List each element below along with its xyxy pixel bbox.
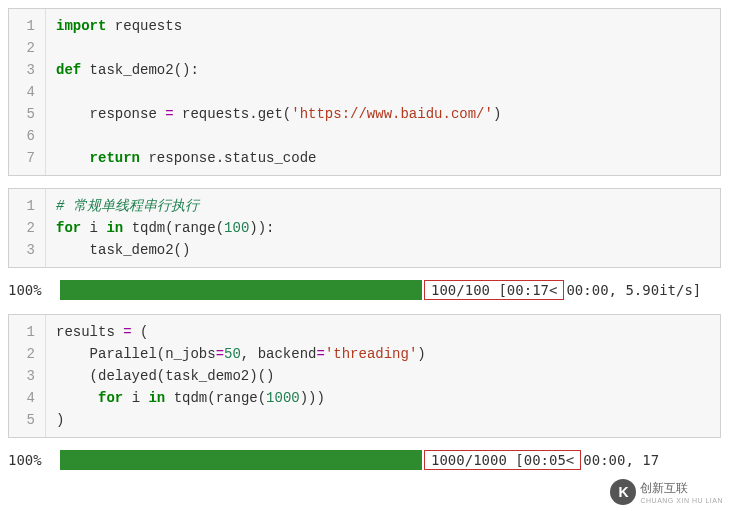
operator: = [216, 346, 224, 362]
code-block-2: 1 2 3 # 常规单线程串行执行 for i in tqdm(range(10… [8, 188, 721, 268]
line-gutter: 1 2 3 4 5 6 7 [9, 9, 46, 175]
line-number: 4 [9, 387, 45, 409]
keyword: in [106, 220, 123, 236]
code-line: results = ( [56, 321, 710, 343]
line-number: 2 [9, 37, 45, 59]
code-line: for i in tqdm(range(100)): [56, 217, 710, 239]
indent [56, 150, 90, 166]
line-gutter: 1 2 3 [9, 189, 46, 267]
code-line [56, 125, 710, 147]
logo-text: 创新互联 [640, 480, 723, 492]
line-number: 4 [9, 81, 45, 103]
progress-tail: 00:00, 17 [581, 452, 659, 468]
code-line: ) [56, 409, 710, 431]
number: 100 [224, 220, 249, 236]
keyword: import [56, 18, 106, 34]
code-text: requests [106, 18, 182, 34]
keyword: in [148, 390, 165, 406]
code-text: i [81, 220, 106, 236]
code-text: response.status_code [140, 150, 316, 166]
operator: = [316, 346, 324, 362]
code-text: results [56, 324, 123, 340]
operator: = [165, 106, 173, 122]
progress-track [60, 280, 422, 300]
watermark-logo: K 创新互联 CHUANG XIN HU LIAN [610, 479, 723, 492]
code-line: def task_demo2(): [56, 59, 710, 81]
code-line: task_demo2() [56, 239, 710, 261]
code-text: task_demo2(): [81, 62, 199, 78]
code-line: return response.status_code [56, 147, 710, 169]
code-text: task_demo2() [56, 242, 190, 258]
progress-percent: 100% [8, 282, 60, 298]
code-line: import requests [56, 15, 710, 37]
line-number: 1 [9, 15, 45, 37]
operator: = [123, 324, 131, 340]
code-text: ) [493, 106, 501, 122]
progress-track [60, 450, 422, 470]
progress-bar-1: 100% 100/100 [00:17<00:00, 5.90it/s] [8, 280, 721, 300]
comment: # 常规单线程串行执行 [56, 198, 199, 214]
code-line [56, 81, 710, 103]
code-line: (delayed(task_demo2)() [56, 365, 710, 387]
progress-bar-2: 100% 1000/1000 [00:05<00:00, 17 [8, 450, 721, 470]
line-number: 3 [9, 239, 45, 261]
progress-tail: 00:00, 5.90it/s] [564, 282, 701, 298]
progress-percent: 100% [8, 452, 60, 468]
code-text: ) [417, 346, 425, 362]
code-text: tqdm(range( [123, 220, 224, 236]
code-text: ) [56, 412, 64, 428]
code-text: ( [132, 324, 149, 340]
code-body: import requests def task_demo2(): respon… [46, 9, 720, 175]
line-number: 3 [9, 365, 45, 387]
code-text: response [56, 106, 165, 122]
code-text: ))) [300, 390, 325, 406]
string-literal: 'threading' [325, 346, 417, 362]
code-text: requests.get( [174, 106, 292, 122]
progress-highlight-box: 100/100 [00:17< [424, 280, 564, 300]
line-number: 1 [9, 195, 45, 217]
code-block-1: 1 2 3 4 5 6 7 import requests def task_d… [8, 8, 721, 176]
code-line [56, 37, 710, 59]
logo-badge: K [610, 479, 636, 492]
line-number: 6 [9, 125, 45, 147]
code-line: # 常规单线程串行执行 [56, 195, 710, 217]
line-number: 5 [9, 409, 45, 431]
code-line: for i in tqdm(range(1000))) [56, 387, 710, 409]
line-number: 2 [9, 217, 45, 239]
progress-highlight-box: 1000/1000 [00:05< [424, 450, 581, 470]
code-line: response = requests.get('https://www.bai… [56, 103, 710, 125]
code-text: (delayed(task_demo2)() [56, 368, 274, 384]
code-text: , backend [241, 346, 317, 362]
keyword: for [56, 220, 81, 236]
line-number: 7 [9, 147, 45, 169]
number: 50 [224, 346, 241, 362]
code-text: tqdm(range( [165, 390, 266, 406]
string-literal: 'https://www.baidu.com/' [291, 106, 493, 122]
number: 1000 [266, 390, 300, 406]
line-number: 3 [9, 59, 45, 81]
line-number: 2 [9, 343, 45, 365]
code-body: results = ( Parallel(n_jobs=50, backend=… [46, 315, 720, 437]
keyword: def [56, 62, 81, 78]
keyword: return [90, 150, 140, 166]
progress-fill [60, 280, 422, 300]
code-line: Parallel(n_jobs=50, backend='threading') [56, 343, 710, 365]
code-text: Parallel(n_jobs [56, 346, 216, 362]
progress-fill [60, 450, 422, 470]
code-block-3: 1 2 3 4 5 results = ( Parallel(n_jobs=50… [8, 314, 721, 438]
keyword: for [98, 390, 123, 406]
indent [56, 390, 98, 406]
line-number: 5 [9, 103, 45, 125]
line-number: 1 [9, 321, 45, 343]
code-text: )): [249, 220, 274, 236]
code-body: # 常规单线程串行执行 for i in tqdm(range(100)): t… [46, 189, 720, 267]
line-gutter: 1 2 3 4 5 [9, 315, 46, 437]
code-text: i [123, 390, 148, 406]
